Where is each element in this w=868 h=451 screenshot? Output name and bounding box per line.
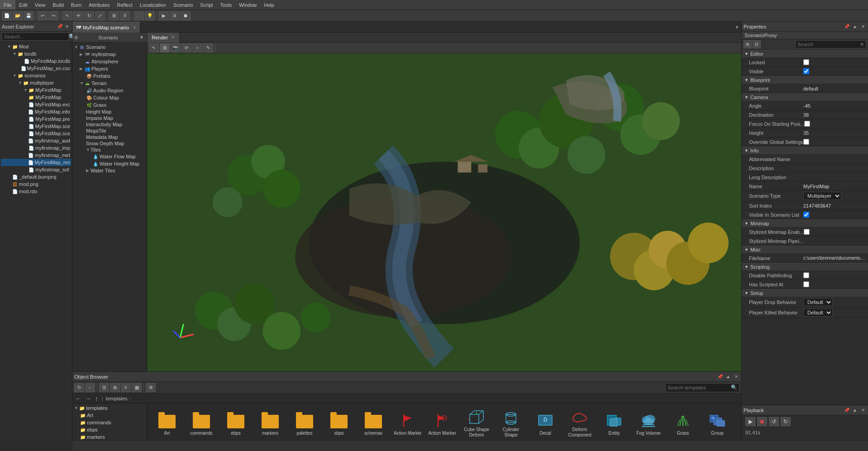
ob-tree-art[interactable]: 📁 Art <box>73 412 146 419</box>
viewport[interactable] <box>147 53 741 371</box>
toolbar-save[interactable]: 💾 <box>24 11 33 20</box>
prop-player-killed-select[interactable]: Default <box>803 309 833 317</box>
scenario-tree-water-flow[interactable]: 💧 Water Flow Map <box>73 153 146 160</box>
toolbar-light[interactable]: 💡 <box>145 11 155 20</box>
template-action-marker-1[interactable]: Action Marker <box>391 407 424 440</box>
tree-myfirstmap-sub[interactable]: 📁 MyFirstMap <box>1 94 71 101</box>
ob-grid-view[interactable]: ⊞ <box>110 383 120 392</box>
prop-scripted-ai-checkbox[interactable] <box>803 281 809 287</box>
menu-attributes[interactable]: Attributes <box>85 0 113 9</box>
asset-explorer-close[interactable]: ✕ <box>64 24 70 30</box>
viewport-btn-6[interactable]: ✎ <box>203 43 213 52</box>
scenario-tree-metadata[interactable]: Metadata Map <box>73 134 146 140</box>
scenario-tree-water-tiles[interactable]: ▶ Water Tiles <box>73 167 146 174</box>
scenario-tab-close[interactable]: ✕ <box>133 25 136 30</box>
viewport-btn-3[interactable]: 📷 <box>171 43 181 52</box>
tree-sce1[interactable]: 📄 MyFirstMap.sce <box>1 123 71 130</box>
tree-burnproj[interactable]: 📄 _default.burnproj <box>1 173 71 180</box>
prop-scenario-type-select[interactable]: Multiplayer <box>803 192 841 200</box>
template-deform-component[interactable]: Deform Component <box>563 407 596 440</box>
tree-myfirstmap-csv[interactable]: 📄 MyFirstMap_en.csv <box>1 65 71 72</box>
ob-nav-back[interactable]: ← <box>74 395 82 402</box>
scenario-tab[interactable]: 🗺 MyFirstMap.scenario ✕ <box>72 22 140 33</box>
tree-met[interactable]: 📄 myfirstmap_met <box>1 152 71 159</box>
menu-burn[interactable]: Burn <box>67 0 85 9</box>
template-group[interactable]: Group <box>701 407 734 440</box>
toolbar-undo[interactable]: ↩ <box>38 11 48 20</box>
template-commands[interactable]: commands <box>185 407 218 440</box>
toolbar-pause[interactable]: ⏸ <box>170 11 180 20</box>
section-editor[interactable]: ▼ Editor <box>742 50 868 58</box>
playback-pin[interactable]: 📌 <box>844 407 850 413</box>
scenario-tree-snow-depth[interactable]: Snow Depth Map <box>73 140 146 147</box>
viewport-btn-4[interactable]: ⟳ <box>181 43 191 52</box>
scenario-tree-terrain[interactable]: ▼ ⛰ Terrain <box>73 80 146 87</box>
tree-mod-rdo[interactable]: 📄 mod.rdo <box>1 188 71 195</box>
playback-stop-btn[interactable]: ⏹ <box>757 417 767 426</box>
toolbar-snap[interactable]: ⊞ <box>109 11 119 20</box>
proxy-btn-1[interactable]: ⊞ <box>744 40 752 48</box>
scenario-tree-megatile[interactable]: MegaTile <box>73 128 146 134</box>
proxy-search-clear[interactable]: ✕ <box>860 42 864 47</box>
menu-scenario[interactable]: Scenario <box>170 0 196 9</box>
template-art[interactable]: Art <box>151 407 183 440</box>
ob-tree-templates[interactable]: ▼ 📁 templates <box>73 404 146 412</box>
section-minimap[interactable]: ▼ Minimap <box>742 219 868 228</box>
tree-mn[interactable]: 📄 MyFirstMap_mn <box>1 159 71 166</box>
scenario-tree-interactivity[interactable]: Interactivity Map <box>73 121 146 128</box>
ob-detail-view[interactable]: ≡ <box>121 383 131 392</box>
scenario-panel-menu[interactable]: ▼ <box>138 34 145 41</box>
section-setup[interactable]: ▼ Setup <box>742 289 868 297</box>
scenario-tree-height-map[interactable]: Height Map <box>73 109 146 115</box>
tree-mod-png[interactable]: 🖼 mod.png <box>1 180 71 188</box>
object-browser-pin[interactable]: 📌 <box>717 374 723 380</box>
template-palettes[interactable]: palettes <box>288 407 321 440</box>
tree-aud[interactable]: 📄 myfirstmap_aud <box>1 137 71 144</box>
template-grass[interactable]: Grass <box>667 407 699 440</box>
playback-play-btn[interactable]: ▶ <box>745 417 755 426</box>
template-action-marker-2[interactable]: Action Marker <box>426 407 458 440</box>
menu-file[interactable]: File <box>0 0 15 9</box>
menu-edit[interactable]: Edit <box>15 0 31 9</box>
ob-list-view[interactable]: ☰ <box>99 383 109 392</box>
tree-mod[interactable]: ▼ 📁 Mod <box>1 43 71 50</box>
proxy-search-input[interactable] <box>797 42 860 47</box>
ob-tree-markers[interactable]: 📁 markers <box>73 433 146 441</box>
template-entity[interactable]: Entity <box>598 407 630 440</box>
toolbar-open[interactable]: 📂 <box>13 11 23 20</box>
viewport-btn-2[interactable]: ⊞ <box>160 43 170 52</box>
properties-close[interactable]: ✕ <box>860 24 866 30</box>
tree-myfirstmap-locdb[interactable]: 📄 MyFirstMap.locdb <box>1 57 71 65</box>
viewport-btn-1[interactable]: ↖ <box>149 43 159 52</box>
playback-fast-forward-btn[interactable]: ↻ <box>781 417 791 426</box>
tree-locdb[interactable]: ▼ 📁 locdb <box>1 50 71 57</box>
playback-close[interactable]: ✕ <box>860 407 866 413</box>
scenario-tree-atmosphere[interactable]: ☁ Atmosphere <box>73 58 146 65</box>
prop-locked-checkbox[interactable] <box>803 59 809 65</box>
template-ebps[interactable]: ebps <box>219 407 252 440</box>
template-cylinder-shape[interactable]: Cylinder Shape <box>495 407 527 440</box>
tabs-menu-btn[interactable]: ▼ <box>734 24 739 30</box>
tree-sof[interactable]: 📄 myfirstmap_sof <box>1 166 71 173</box>
tree-multiplayer[interactable]: ▼ 📁 multiplayer <box>1 79 71 86</box>
tree-scenarios[interactable]: ▼ 📁 scenarios <box>1 72 71 79</box>
ob-back[interactable]: ← <box>85 383 95 392</box>
menu-localization[interactable]: Localization <box>136 0 170 9</box>
prop-focus-checkbox[interactable] <box>804 121 810 127</box>
tree-imp[interactable]: 📄 myfirstmap_imp <box>1 144 71 152</box>
toolbar-scale[interactable]: ⤢ <box>95 11 105 20</box>
toolbar-select[interactable]: ↖ <box>62 11 72 20</box>
scenario-tree-audio-region[interactable]: 🔊 Audio Region <box>73 87 146 94</box>
prop-vis-list-checkbox[interactable] <box>803 212 809 218</box>
template-cube-shape-deform[interactable]: Cube Shape Deform <box>460 407 493 440</box>
tree-pre[interactable]: 📄 MyFirstMap.pre <box>1 115 71 123</box>
template-sbps[interactable]: sbps <box>323 407 355 440</box>
prop-override-checkbox[interactable] <box>803 139 809 145</box>
scenario-tree-players[interactable]: ▶ 👥 Players <box>73 65 146 72</box>
properties-expand[interactable]: ▲ <box>852 24 858 30</box>
menu-view[interactable]: View <box>31 0 49 9</box>
toolbar-rotate[interactable]: ↻ <box>84 11 94 20</box>
viewport-btn-5[interactable]: ○ <box>192 43 202 52</box>
asset-search-input[interactable] <box>2 33 69 41</box>
playback-expand[interactable]: ▲ <box>852 407 858 413</box>
